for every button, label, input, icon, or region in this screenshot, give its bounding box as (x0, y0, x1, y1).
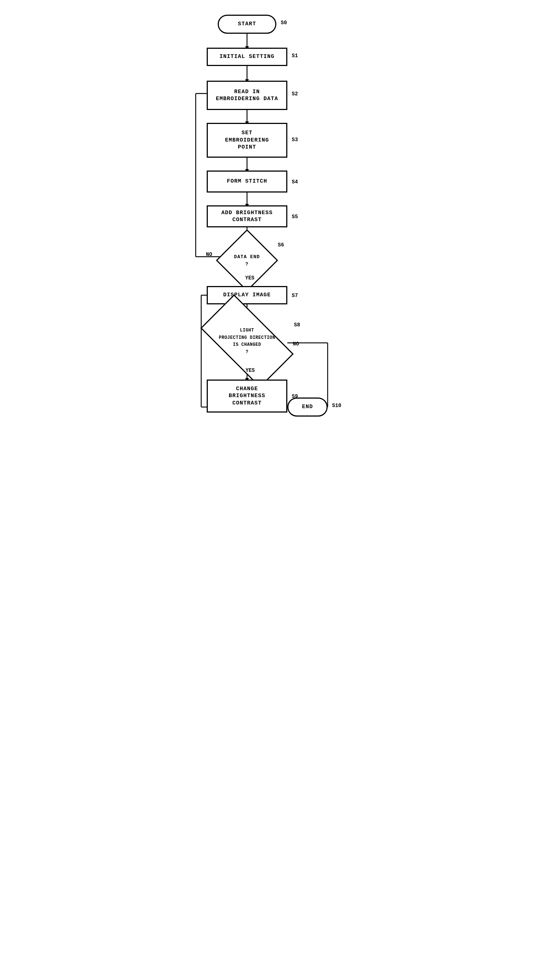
s0-label: START (238, 21, 256, 28)
s8-yes-label: YES (245, 368, 255, 373)
s3-step: S3 (292, 137, 298, 143)
s8-node: LIGHT PROJECTING DIRECTION IS CHANGED ? (201, 294, 294, 388)
s4-node: FORM STITCH (207, 170, 287, 193)
s5-step: S5 (292, 214, 298, 219)
s4-label: FORM STITCH (227, 178, 267, 185)
s1-step: S1 (292, 53, 298, 59)
s3-node: SET EMBROIDERING POINT (207, 123, 287, 158)
s1-label: INITIAL SETTING (219, 53, 275, 61)
s2-step: S2 (292, 91, 298, 97)
s1-node: INITIAL SETTING (207, 48, 287, 66)
s0-node: START (218, 15, 276, 34)
s2-label: READ IN EMBROIDERING DATA (216, 88, 278, 103)
s10-label: END (302, 403, 313, 411)
s10-step: S10 (332, 403, 341, 409)
s2-node: READ IN EMBROIDERING DATA (207, 81, 287, 110)
s6-node: DATA END ? (216, 229, 278, 292)
s3-label: SET EMBROIDERING POINT (225, 129, 269, 151)
s8-label: LIGHT PROJECTING DIRECTION IS CHANGED ? (219, 327, 275, 355)
s6-label: DATA END ? (234, 253, 260, 267)
s0-step: S0 (281, 20, 287, 26)
s6-yes-label: YES (245, 275, 254, 281)
s10-node: END (287, 398, 328, 417)
s4-step: S4 (292, 179, 298, 185)
s7-step: S7 (292, 293, 298, 299)
s6-step: S6 (278, 242, 284, 248)
s8-step: S8 (294, 322, 300, 328)
s6-no-label: NO (206, 252, 212, 257)
s9-label: CHANGE BRIGHTNESS CONTRAST (229, 385, 265, 407)
s5-label: ADD BRIGHTNESS CONTRAST (221, 210, 273, 224)
s5-node: ADD BRIGHTNESS CONTRAST (207, 205, 287, 227)
s9-node: CHANGE BRIGHTNESS CONTRAST (207, 380, 287, 413)
s8-no-label: NO (293, 341, 299, 347)
s7-node: DISPLAY IMAGE (207, 286, 287, 304)
